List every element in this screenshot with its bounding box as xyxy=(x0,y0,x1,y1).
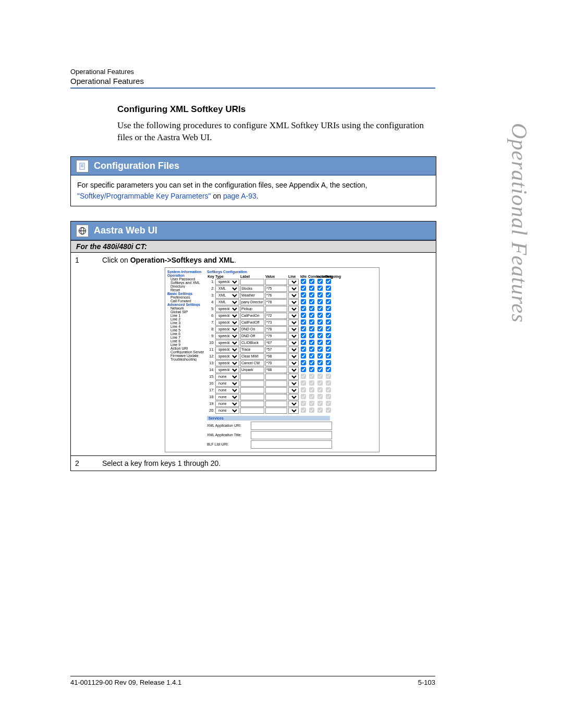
type-select[interactable]: speeddial xyxy=(215,313,239,319)
label-input[interactable] xyxy=(240,319,264,326)
sidebar-item[interactable]: User Password xyxy=(167,277,204,281)
label-input[interactable] xyxy=(240,347,264,353)
type-select[interactable]: speeddial xyxy=(215,306,239,312)
state-checkbox[interactable] xyxy=(309,326,314,331)
sidebar-item[interactable]: Line 2 xyxy=(167,317,204,321)
state-checkbox[interactable] xyxy=(309,292,314,298)
state-checkbox[interactable] xyxy=(301,367,306,372)
state-checkbox[interactable] xyxy=(326,313,331,318)
value-input[interactable] xyxy=(265,394,287,400)
line-select[interactable]: 1 xyxy=(288,306,299,312)
value-input[interactable] xyxy=(265,380,287,387)
config-files-page-ref[interactable]: page A-93 xyxy=(223,192,256,200)
sidebar-item[interactable]: Line 7 xyxy=(167,336,204,339)
type-select[interactable]: none xyxy=(215,374,239,380)
state-checkbox[interactable] xyxy=(326,286,331,291)
state-checkbox[interactable] xyxy=(301,306,306,311)
sidebar-item[interactable]: Firmware Update xyxy=(167,354,204,357)
state-checkbox[interactable] xyxy=(326,319,331,325)
sidebar-item[interactable]: Line 6 xyxy=(167,332,204,336)
value-input[interactable] xyxy=(265,319,287,326)
label-input[interactable] xyxy=(240,367,264,373)
line-select[interactable]: 1 xyxy=(288,360,299,366)
type-select[interactable]: speeddial xyxy=(215,319,239,326)
line-select[interactable] xyxy=(288,292,299,299)
state-checkbox[interactable] xyxy=(326,360,331,365)
label-input[interactable] xyxy=(240,360,264,366)
line-select[interactable] xyxy=(288,286,299,292)
state-checkbox[interactable] xyxy=(317,367,323,372)
sidebar-item[interactable]: Call Forward xyxy=(167,299,204,303)
sidebar-item[interactable]: Global SIP xyxy=(167,310,204,314)
type-select[interactable]: XML xyxy=(215,286,239,292)
state-checkbox[interactable] xyxy=(317,347,323,352)
state-checkbox[interactable] xyxy=(317,333,323,338)
value-input[interactable] xyxy=(265,387,287,393)
type-select[interactable]: XML xyxy=(215,299,239,305)
label-input[interactable] xyxy=(240,292,264,299)
state-checkbox[interactable] xyxy=(309,286,314,291)
state-checkbox[interactable] xyxy=(326,306,331,311)
type-select[interactable]: speeddial xyxy=(215,279,239,285)
state-checkbox[interactable] xyxy=(309,306,314,311)
state-checkbox[interactable] xyxy=(317,353,323,359)
state-checkbox[interactable] xyxy=(309,313,314,318)
value-input[interactable] xyxy=(265,401,287,407)
value-input[interactable] xyxy=(265,313,287,319)
type-select[interactable]: speeddial xyxy=(215,353,239,360)
value-input[interactable] xyxy=(265,326,287,332)
state-checkbox[interactable] xyxy=(309,340,314,345)
line-select[interactable] xyxy=(288,299,299,305)
line-select[interactable]: 1 xyxy=(288,279,299,285)
value-input[interactable] xyxy=(265,360,287,366)
state-checkbox[interactable] xyxy=(309,333,314,338)
state-checkbox[interactable] xyxy=(326,326,331,331)
line-select[interactable]: 1 xyxy=(288,353,299,360)
line-select[interactable]: 1 xyxy=(288,394,299,400)
line-select[interactable]: 1 xyxy=(288,333,299,339)
state-checkbox[interactable] xyxy=(309,279,314,284)
line-select[interactable]: 1 xyxy=(288,408,299,414)
value-input[interactable] xyxy=(265,340,287,346)
label-input[interactable] xyxy=(240,286,264,292)
state-checkbox[interactable] xyxy=(317,360,323,365)
state-checkbox[interactable] xyxy=(317,279,323,284)
state-checkbox[interactable] xyxy=(317,319,323,325)
line-select[interactable]: 1 xyxy=(288,319,299,326)
sidebar-item[interactable]: Softkeys and XML xyxy=(167,281,204,285)
state-checkbox[interactable] xyxy=(326,292,331,298)
type-select[interactable]: speeddial xyxy=(215,333,239,339)
config-files-link[interactable]: "Softkey/Programmable Key Parameters" xyxy=(77,192,211,200)
state-checkbox[interactable] xyxy=(326,347,331,352)
line-select[interactable]: 1 xyxy=(288,313,299,319)
sidebar-item[interactable]: Line 9 xyxy=(167,343,204,347)
value-input[interactable] xyxy=(265,333,287,339)
service-input[interactable] xyxy=(251,422,332,430)
type-select[interactable]: none xyxy=(215,394,239,400)
state-checkbox[interactable] xyxy=(326,333,331,338)
label-input[interactable] xyxy=(240,333,264,339)
value-input[interactable] xyxy=(265,374,287,380)
type-select[interactable]: none xyxy=(215,408,239,414)
service-input[interactable] xyxy=(251,440,332,449)
line-select[interactable]: 1 xyxy=(288,387,299,393)
state-checkbox[interactable] xyxy=(326,279,331,284)
state-checkbox[interactable] xyxy=(301,326,306,331)
state-checkbox[interactable] xyxy=(309,347,314,352)
value-input[interactable] xyxy=(265,292,287,299)
value-input[interactable] xyxy=(265,299,287,305)
label-input[interactable] xyxy=(240,306,264,312)
label-input[interactable] xyxy=(240,380,264,387)
state-checkbox[interactable] xyxy=(309,367,314,372)
state-checkbox[interactable] xyxy=(301,299,306,304)
state-checkbox[interactable] xyxy=(326,299,331,304)
sidebar-item[interactable]: Line 8 xyxy=(167,339,204,343)
state-checkbox[interactable] xyxy=(301,347,306,352)
line-select[interactable]: 1 xyxy=(288,380,299,387)
value-input[interactable] xyxy=(265,279,287,285)
line-select[interactable]: 1 xyxy=(288,367,299,373)
sidebar-item[interactable]: Preferences xyxy=(167,295,204,299)
label-input[interactable] xyxy=(240,313,264,319)
sidebar-item[interactable]: Network xyxy=(167,306,204,310)
state-checkbox[interactable] xyxy=(317,306,323,311)
